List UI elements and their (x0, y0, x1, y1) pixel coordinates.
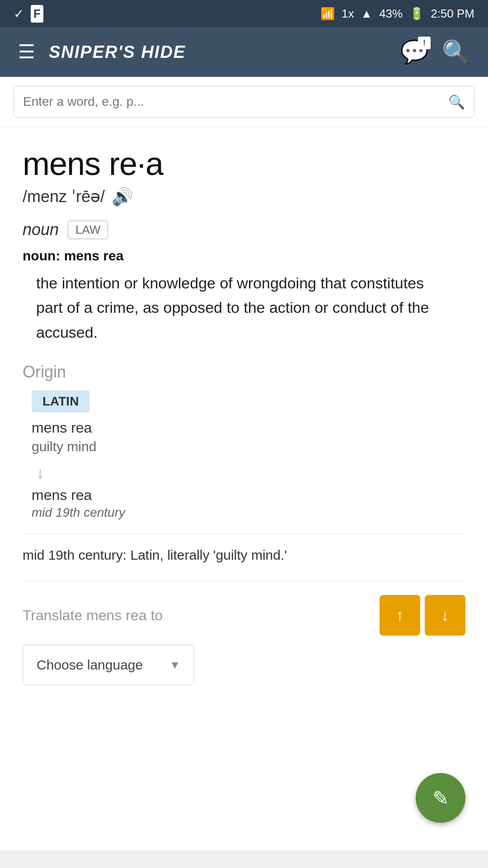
translate-section: Translate mens rea to ↑ ↓ Choose languag… (23, 581, 465, 703)
search-box[interactable]: 🔍 (14, 86, 474, 118)
arrow-down-icon: ↓ (36, 463, 456, 482)
latin-badge: LATIN (32, 391, 89, 412)
search-area: 🔍 (0, 77, 488, 127)
hamburger-icon[interactable]: ☰ (18, 42, 35, 61)
language-select[interactable]: Choose language ▼ (23, 645, 194, 685)
wifi-icon: 📶 (320, 7, 335, 21)
etym-word-1: mens rea (32, 420, 456, 436)
edit-icon: ✎ (432, 787, 449, 810)
status-bar-left: ✓ F (14, 5, 43, 23)
signal-icon: ▲ (361, 7, 372, 21)
status-bar: ✓ F 📶 1x ▲ 43% 🔋 2:50 PM (0, 0, 488, 27)
phonetic-text: /menz ˈrēə/ (23, 187, 105, 206)
dropdown-arrow-icon: ▼ (169, 659, 180, 671)
chat-icon-wrapper[interactable]: 💬 ! (400, 39, 428, 65)
pos-row: noun LAW (23, 220, 465, 239)
brand-name: SNIPER'S HIDE (49, 42, 186, 62)
nav-right: 💬 ! 🔍 (400, 39, 470, 65)
pos-label: noun (23, 220, 59, 239)
battery-icon: 🔋 (409, 7, 424, 21)
status-bar-right: 📶 1x ▲ 43% 🔋 2:50 PM (320, 7, 474, 21)
etym-meaning: guilty mind (32, 439, 456, 454)
noun-word: mens rea (64, 248, 124, 263)
word-heading: mens re·a (23, 145, 465, 182)
chat-badge: ! (418, 37, 431, 49)
translate-label: Translate mens rea to (23, 607, 163, 624)
search-box-icon: 🔍 (448, 94, 465, 110)
noun-prefix: noun: (23, 248, 60, 263)
etymology-block: LATIN mens rea guilty mind ↓ mens rea mi… (23, 391, 465, 520)
top-nav: ☰ SNIPER'S HIDE 💬 ! 🔍 (0, 27, 488, 77)
search-input[interactable] (23, 94, 448, 109)
speaker-icon[interactable]: 🔊 (112, 187, 133, 207)
translate-row: Translate mens rea to ↑ ↓ (23, 595, 465, 636)
phonetic-row: /menz ˈrēə/ 🔊 (23, 187, 465, 207)
origin-section: Origin LATIN mens rea guilty mind ↓ mens… (23, 363, 465, 563)
etym-word-2: mens rea (32, 487, 456, 504)
origin-note: mid 19th century: Latin, literally 'guil… (23, 533, 465, 563)
fab-button[interactable]: ✎ (416, 773, 465, 823)
nav-buttons: ↑ ↓ (380, 595, 465, 636)
scroll-up-button[interactable]: ↑ (380, 595, 420, 636)
etym-period: mid 19th century (32, 505, 456, 520)
checkmark-icon: ✓ (14, 6, 24, 21)
battery-label: 43% (379, 7, 403, 21)
nav-left: ☰ SNIPER'S HIDE (18, 42, 186, 62)
origin-label: Origin (23, 363, 465, 382)
app-icon: F (31, 5, 43, 23)
noun-line: noun: mens rea (23, 248, 465, 264)
signal-label: 1x (342, 7, 354, 21)
definition: the intention or knowledge of wrongdoing… (23, 271, 465, 344)
main-content: mens re·a /menz ˈrēə/ 🔊 noun LAW noun: m… (0, 127, 488, 850)
time-label: 2:50 PM (431, 7, 474, 21)
law-tag: LAW (68, 221, 108, 239)
scroll-down-button[interactable]: ↓ (425, 595, 465, 636)
language-select-text: Choose language (37, 657, 143, 673)
search-icon[interactable]: 🔍 (442, 39, 470, 65)
